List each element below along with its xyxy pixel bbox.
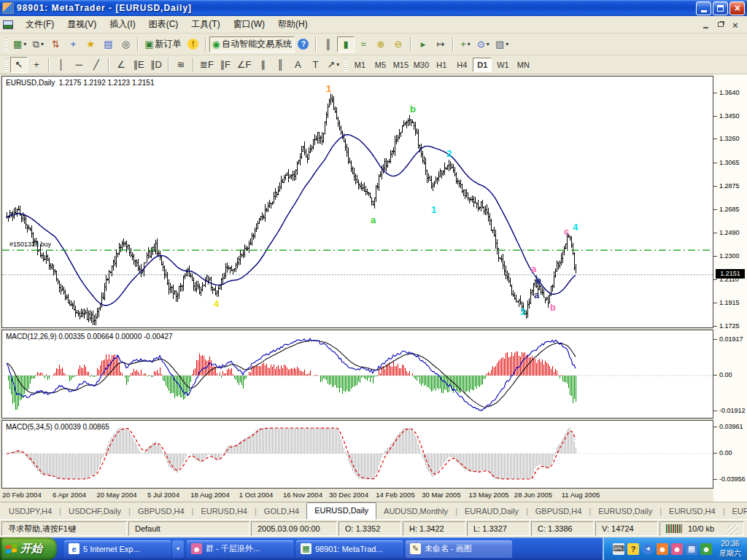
chart-tab-gold-h4[interactable]: GOLD,H4 <box>257 504 306 519</box>
help-button[interactable]: ? <box>295 36 312 52</box>
wave-label-4[interactable]: 4 <box>573 222 578 233</box>
gann-fan-button[interactable]: ≋ <box>172 57 190 73</box>
chart-tab-eurusd-h4[interactable]: EURUSD,H4 <box>662 504 723 519</box>
wave-label-b[interactable]: b <box>410 104 416 114</box>
horizontal-line-button[interactable]: ─ <box>70 57 88 73</box>
wave-label-c[interactable]: c <box>564 226 569 237</box>
indicators-button[interactable]: +▾ <box>457 36 474 52</box>
favorites-button[interactable]: ★ <box>82 36 99 52</box>
timeframe-m15[interactable]: M15 <box>391 58 410 72</box>
periods-button[interactable]: ⊙▾ <box>474 36 492 52</box>
fibo-fan-button[interactable]: ∠F <box>234 57 255 73</box>
wave-label-a[interactable]: a <box>371 214 376 225</box>
timeframe-h4[interactable]: H4 <box>452 58 471 72</box>
profiles-button[interactable]: ⧉▾ <box>29 36 47 52</box>
taskbar-button-qq-group[interactable]: ☻群 - 千层浪外... <box>187 540 293 558</box>
strategy-tester-button[interactable]: ◎ <box>117 36 134 52</box>
child-restore-button[interactable] <box>714 19 727 30</box>
wave-label-a[interactable]: a <box>534 289 540 300</box>
arrows-button[interactable]: ↗▾ <box>324 57 342 73</box>
timeframe-d1[interactable]: D1 <box>473 58 492 72</box>
data-window-button[interactable]: ▤ <box>99 36 117 52</box>
chart-tab-eurusd-daily[interactable]: EURUSD,Daily <box>591 504 659 519</box>
wave-label-a[interactable]: a <box>531 263 537 274</box>
market-watch-button[interactable]: + <box>64 36 82 52</box>
alert-button[interactable]: ! <box>185 36 202 52</box>
crosshair-button[interactable]: + <box>28 57 45 73</box>
taskbar-button-metatrader[interactable]: ▦98901: MetaTrad... <box>296 540 403 558</box>
chart-tab-eurusd-h4[interactable]: EURUSD,H4 <box>193 504 255 519</box>
bar-chart-button[interactable]: ║ <box>320 36 337 52</box>
chart-tab-gbpusd-h4[interactable]: GBPUSD,H4 <box>528 504 589 519</box>
stddev-channel-button[interactable]: ∥D <box>147 57 165 73</box>
chart-shift-button[interactable]: ↦ <box>432 36 449 52</box>
help-tray-icon[interactable]: ? <box>627 543 639 555</box>
chart-tab-eurusd-daily[interactable]: EURUSD,Daily <box>306 502 376 519</box>
menu-insert[interactable]: 插入(I) <box>103 16 142 33</box>
child-minimize-button[interactable] <box>700 19 712 30</box>
chart-tab-eurchf-h[interactable]: EURCHF,H <box>725 504 747 519</box>
trendline-button[interactable]: ╱ <box>88 57 105 73</box>
trend-angle-button[interactable]: ∠ <box>112 57 130 73</box>
cursor-button[interactable]: ↖ <box>10 57 28 73</box>
navigator-button[interactable]: ⇅ <box>47 36 64 52</box>
text-label-button[interactable]: T <box>306 57 324 73</box>
price-chart-panel[interactable]: #1501338 buy1b2a143ababc4 EURUSD,Daily 1… <box>1 76 713 328</box>
taskbar-button-ie-group-caret[interactable]: ▾ <box>172 540 184 558</box>
wave-label-1[interactable]: 1 <box>431 204 436 215</box>
new-chart-button[interactable]: ▦▾ <box>10 36 29 52</box>
chart-tab-usdjpy-h4[interactable]: USDJPY,H4 <box>1 504 59 519</box>
chart-tab-euraud-daily[interactable]: EURAUD,Daily <box>457 504 526 519</box>
menu-window[interactable]: 窗口(W) <box>227 16 271 33</box>
vertical-grid-button[interactable]: ║ <box>271 57 289 73</box>
network-tray-icon[interactable]: ▦ <box>686 543 697 555</box>
wave-label-4[interactable]: 4 <box>214 298 220 309</box>
maximize-button[interactable] <box>713 1 728 15</box>
close-button[interactable] <box>729 1 745 15</box>
fibo-retracement-button[interactable]: ≣F <box>197 57 217 73</box>
menu-charts[interactable]: 图表(C) <box>142 16 185 33</box>
menu-help[interactable]: 帮助(H) <box>271 16 314 33</box>
taskbar-button-ie[interactable]: e5 Internet Exp... <box>64 540 171 558</box>
child-close-button[interactable] <box>729 19 741 30</box>
templates-button[interactable]: ▧▾ <box>492 36 511 52</box>
timeframe-w1[interactable]: W1 <box>493 58 512 72</box>
wave-label-2[interactable]: 2 <box>446 148 452 159</box>
zoom-out-button[interactable]: ⊖ <box>390 36 407 52</box>
macd1-panel[interactable]: MACD(12,26,9) 0.00335 0.00664 0.00000 -0… <box>1 330 713 419</box>
wave-label-1[interactable]: 1 <box>326 83 331 94</box>
text-button[interactable]: A <box>289 57 306 73</box>
new-order-button[interactable]: ▣新订单 <box>142 36 184 52</box>
messenger-tray-icon[interactable]: ☻ <box>671 543 683 555</box>
timeframe-m30[interactable]: M30 <box>411 58 430 72</box>
wave-label-b[interactable]: b <box>550 302 556 313</box>
keyboard-tray-icon[interactable]: ⌨ <box>613 543 624 555</box>
vertical-line-button[interactable]: │ <box>53 57 70 73</box>
timeframe-m1[interactable]: M1 <box>350 58 369 72</box>
qq-tray-icon[interactable]: ☻ <box>657 543 668 555</box>
menu-tools[interactable]: 工具(T) <box>185 16 226 33</box>
chart-tab-usdchf-daily[interactable]: USDCHF,Daily <box>61 504 128 519</box>
parallel-lines-button[interactable]: ∥ <box>254 57 271 73</box>
timeframe-m5[interactable]: M5 <box>371 58 390 72</box>
line-chart-button[interactable]: ≈ <box>355 36 372 52</box>
auto-scroll-button[interactable]: ▸ <box>414 36 432 52</box>
menu-view[interactable]: 显视(V) <box>61 16 103 33</box>
wave-label-3[interactable]: 3 <box>520 306 525 317</box>
hide-icons-chevron[interactable]: ◄ <box>642 543 654 555</box>
equidistant-channel-button[interactable]: ∥E <box>130 57 147 73</box>
timeframe-h1[interactable]: H1 <box>432 58 451 72</box>
chart-tab-audusd-monthly[interactable]: AUDUSD,Monthly <box>376 504 455 519</box>
buy-order-label[interactable]: #1501338 buy <box>9 241 52 248</box>
chart-tab-gbpusd-h4[interactable]: GBPUSD,H4 <box>131 504 192 519</box>
user-tray-icon[interactable]: ☻ <box>700 543 712 555</box>
start-button[interactable]: 开始 <box>0 537 57 560</box>
taskbar-button-paint[interactable]: ✎未命名 - 画图 <box>406 540 512 558</box>
timeframe-mn[interactable]: MN <box>514 58 533 72</box>
fibo-timezones-button[interactable]: ∥F <box>217 57 234 73</box>
wave-label-b[interactable]: b <box>535 275 541 286</box>
candlestick-button[interactable]: ▮ <box>337 36 355 52</box>
macd2-panel[interactable]: MACD(5,34,5) 0.00039 0.00865 <box>1 420 713 489</box>
minimize-button[interactable] <box>696 1 711 15</box>
zoom-in-button[interactable]: ⊕ <box>372 36 390 52</box>
